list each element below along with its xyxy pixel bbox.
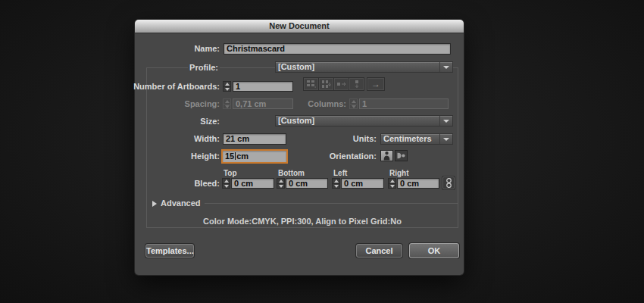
units-label: Units: <box>353 133 377 145</box>
spacing-input: 0,71 cm <box>233 98 293 109</box>
bleed-right-stepper[interactable] <box>388 178 396 189</box>
profile-label: Profile: <box>188 62 220 73</box>
bleed-right-input[interactable]: 0 cm <box>397 178 439 189</box>
portrait-orientation-icon <box>383 151 391 161</box>
artboards-stepper[interactable] <box>223 81 231 92</box>
advanced-disclosure-icon[interactable] <box>152 201 157 207</box>
height-label: Height: <box>191 151 220 162</box>
columns-label: Columns: <box>308 98 346 109</box>
size-label: Size: <box>200 116 220 127</box>
bleed-top-input[interactable]: 0 cm <box>231 178 274 189</box>
columns-input: 1 <box>359 98 449 109</box>
bleed-right-label: Right <box>389 169 409 177</box>
width-input[interactable]: 21 cm <box>223 133 286 145</box>
height-value-unit: cm <box>236 152 249 161</box>
size-select[interactable]: [Custom] <box>275 115 453 127</box>
desktop-background: New Document Name: Christmascard Profile… <box>0 0 644 303</box>
bleed-left-stepper[interactable] <box>332 178 340 189</box>
columns-stepper <box>349 98 358 109</box>
dialog-title: New Document <box>269 21 329 30</box>
height-value-number: 15 <box>225 152 234 161</box>
grid-by-row-icon <box>307 80 316 88</box>
bleed-top-label: Top <box>224 169 237 177</box>
arrange-by-row-button <box>334 78 349 90</box>
units-select[interactable]: Centimeters <box>380 133 453 145</box>
arrange-by-column-icon <box>352 80 361 88</box>
cancel-button[interactable]: Cancel <box>356 244 402 258</box>
units-selected-value: Centimeters <box>383 134 432 143</box>
profile-select[interactable]: [Custom] <box>275 61 453 73</box>
advanced-section-toggle[interactable]: Advanced <box>161 198 201 208</box>
arrange-by-row-icon <box>337 80 346 88</box>
stepper-down-icon[interactable] <box>223 183 230 188</box>
chevron-down-icon[interactable] <box>439 62 452 72</box>
dialog-titlebar[interactable]: New Document <box>135 20 464 33</box>
document-summary-text: Color Mode:CMYK, PPI:300, Align to Pixel… <box>146 217 458 226</box>
landscape-orientation-icon <box>396 152 406 160</box>
bleed-top-stepper[interactable] <box>222 178 230 189</box>
artboards-input[interactable]: 1 <box>233 81 293 92</box>
stepper-down-icon[interactable] <box>333 183 339 188</box>
grid-by-column-icon <box>322 80 331 88</box>
name-label: Name: <box>194 43 220 55</box>
ok-button[interactable]: OK <box>409 243 459 258</box>
templates-button[interactable]: Templates... <box>145 244 194 258</box>
bleed-left-input[interactable]: 0 cm <box>341 178 384 189</box>
chevron-down-icon[interactable] <box>439 116 452 126</box>
size-selected-value: [Custom] <box>278 116 314 125</box>
spacing-label: Spacing: <box>185 98 220 109</box>
arrange-by-column-button <box>349 78 364 90</box>
artboards-label: Number of Artboards: <box>133 81 220 92</box>
stepper-down-icon[interactable] <box>224 86 230 91</box>
height-input[interactable]: 15cm <box>221 149 288 164</box>
name-input[interactable]: Christmascard <box>224 43 451 55</box>
stepper-down-icon[interactable] <box>389 183 395 188</box>
grid-by-column-button <box>319 78 333 90</box>
bleed-bottom-input[interactable]: 0 cm <box>286 178 328 189</box>
bleed-label: Bleed: <box>194 178 220 189</box>
bleed-left-label: Left <box>333 169 347 177</box>
stepper-down-icon <box>224 104 230 108</box>
right-arrow-icon: → <box>371 80 380 89</box>
width-label: Width: <box>194 133 220 145</box>
orientation-landscape-button[interactable] <box>395 150 408 161</box>
advanced-divider <box>205 203 458 204</box>
stepper-down-icon[interactable] <box>277 183 284 188</box>
change-layout-direction-button: → <box>367 78 384 90</box>
profile-selected-value: [Custom] <box>278 62 314 71</box>
chevron-down-icon[interactable] <box>439 134 452 144</box>
spacing-stepper <box>223 98 231 109</box>
orientation-portrait-button[interactable] <box>380 150 393 161</box>
stepper-down-icon <box>350 104 357 108</box>
orientation-label: Orientation: <box>330 151 377 162</box>
bleed-link-button[interactable] <box>442 176 455 189</box>
bleed-bottom-stepper[interactable] <box>277 178 285 189</box>
grid-by-row-button <box>304 78 318 90</box>
bleed-bottom-label: Bottom <box>278 169 305 177</box>
new-document-dialog: New Document Name: Christmascard Profile… <box>135 20 464 275</box>
chain-link-icon <box>445 178 452 188</box>
